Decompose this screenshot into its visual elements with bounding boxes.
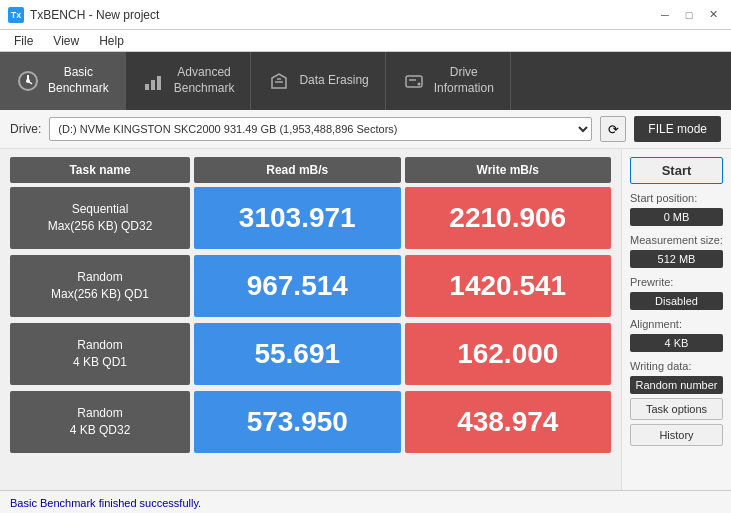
- tab-basic-benchmark[interactable]: BasicBenchmark: [0, 52, 126, 110]
- read-cell-3: 573.950: [194, 391, 401, 453]
- close-button[interactable]: ✕: [703, 6, 723, 24]
- menu-view[interactable]: View: [45, 32, 87, 50]
- measurement-size-label: Measurement size:: [630, 234, 723, 246]
- minimize-button[interactable]: ─: [655, 6, 675, 24]
- writing-data-label: Writing data:: [630, 360, 723, 372]
- advanced-benchmark-label: AdvancedBenchmark: [174, 65, 235, 96]
- table-row: RandomMax(256 KB) QD1 967.514 1420.541: [10, 255, 611, 317]
- read-cell-0: 3103.971: [194, 187, 401, 249]
- title-bar-left: Tx TxBENCH - New project: [8, 7, 159, 23]
- title-controls: ─ □ ✕: [655, 6, 723, 24]
- drive-select[interactable]: (D:) NVMe KINGSTON SKC2000 931.49 GB (1,…: [49, 117, 592, 141]
- advanced-benchmark-icon: [142, 69, 166, 93]
- row-label-3: Random4 KB QD32: [10, 391, 190, 453]
- write-cell-2: 162.000: [405, 323, 612, 385]
- write-cell-3: 438.974: [405, 391, 612, 453]
- svg-point-8: [417, 83, 420, 86]
- alignment-label: Alignment:: [630, 318, 723, 330]
- tab-data-erasing[interactable]: Data Erasing: [251, 52, 385, 110]
- read-cell-1: 967.514: [194, 255, 401, 317]
- table-row: Random4 KB QD32 573.950 438.974: [10, 391, 611, 453]
- main-area: Task name Read mB/s Write mB/s Sequentia…: [0, 149, 731, 490]
- drive-information-label: DriveInformation: [434, 65, 494, 96]
- start-button[interactable]: Start: [630, 157, 723, 184]
- status-bar: Basic Benchmark finished successfully.: [0, 490, 731, 513]
- prewrite-value: Disabled: [630, 292, 723, 310]
- alignment-value: 4 KB: [630, 334, 723, 352]
- toolbar: BasicBenchmark AdvancedBenchmark Data Er…: [0, 52, 731, 110]
- task-options-button[interactable]: Task options: [630, 398, 723, 420]
- table-row: SequentialMax(256 KB) QD32 3103.971 2210…: [10, 187, 611, 249]
- tab-drive-information[interactable]: DriveInformation: [386, 52, 511, 110]
- data-erasing-label: Data Erasing: [299, 73, 368, 89]
- write-cell-1: 1420.541: [405, 255, 612, 317]
- measurement-size-value: 512 MB: [630, 250, 723, 268]
- basic-benchmark-icon: [16, 69, 40, 93]
- table-header: Task name Read mB/s Write mB/s: [10, 157, 611, 183]
- maximize-button[interactable]: □: [679, 6, 699, 24]
- file-mode-button[interactable]: FILE mode: [634, 116, 721, 142]
- drive-bar: Drive: (D:) NVMe KINGSTON SKC2000 931.49…: [0, 110, 731, 149]
- row-label-2: Random4 KB QD1: [10, 323, 190, 385]
- tab-advanced-benchmark[interactable]: AdvancedBenchmark: [126, 52, 252, 110]
- history-button[interactable]: History: [630, 424, 723, 446]
- menu-help[interactable]: Help: [91, 32, 132, 50]
- col-header-read: Read mB/s: [194, 157, 401, 183]
- window-title: TxBENCH - New project: [30, 8, 159, 22]
- row-label-0: SequentialMax(256 KB) QD32: [10, 187, 190, 249]
- table-row: Random4 KB QD1 55.691 162.000: [10, 323, 611, 385]
- basic-benchmark-label: BasicBenchmark: [48, 65, 109, 96]
- read-cell-2: 55.691: [194, 323, 401, 385]
- data-erasing-icon: [267, 69, 291, 93]
- app-icon: Tx: [8, 7, 24, 23]
- drive-refresh-button[interactable]: ⟳: [600, 116, 626, 142]
- svg-point-1: [26, 79, 30, 83]
- write-cell-0: 2210.906: [405, 187, 612, 249]
- start-position-label: Start position:: [630, 192, 723, 204]
- svg-rect-4: [157, 76, 161, 90]
- right-sidebar: Start Start position: 0 MB Measurement s…: [621, 149, 731, 490]
- prewrite-label: Prewrite:: [630, 276, 723, 288]
- row-label-1: RandomMax(256 KB) QD1: [10, 255, 190, 317]
- menu-bar: File View Help: [0, 30, 731, 52]
- status-text: Basic Benchmark finished successfully.: [10, 497, 201, 509]
- start-position-value: 0 MB: [630, 208, 723, 226]
- menu-file[interactable]: File: [6, 32, 41, 50]
- drive-label: Drive:: [10, 122, 41, 136]
- drive-information-icon: [402, 69, 426, 93]
- writing-data-value: Random number: [630, 376, 723, 394]
- title-bar: Tx TxBENCH - New project ─ □ ✕: [0, 0, 731, 30]
- col-header-taskname: Task name: [10, 157, 190, 183]
- col-header-write: Write mB/s: [405, 157, 612, 183]
- svg-rect-3: [151, 80, 155, 90]
- svg-rect-2: [145, 84, 149, 90]
- benchmark-table: Task name Read mB/s Write mB/s Sequentia…: [0, 149, 621, 490]
